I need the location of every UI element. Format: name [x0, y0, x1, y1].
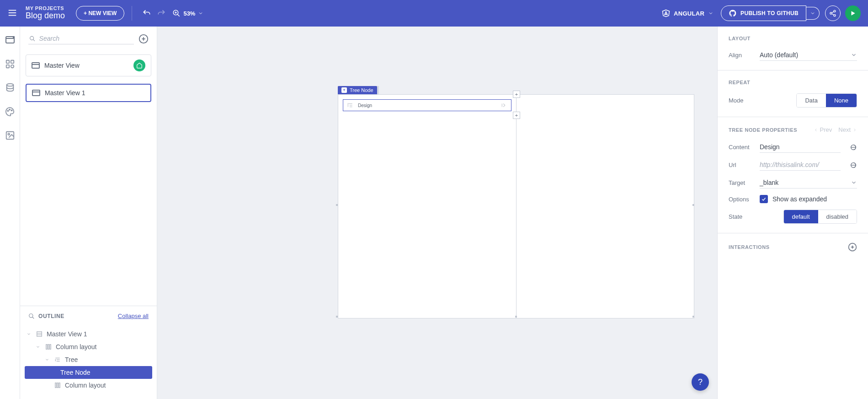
outline-node-column-layout-0[interactable]: Column layout — [25, 340, 152, 353]
undo-button[interactable] — [139, 6, 154, 21]
share-icon — [829, 10, 836, 17]
state-segment: default disabled — [783, 210, 857, 224]
add-interaction-button[interactable] — [848, 243, 857, 252]
column-layout-icon — [54, 382, 61, 389]
chevron-left-icon — [814, 128, 818, 132]
publish-dropdown-button[interactable] — [806, 7, 820, 20]
canvas-tree-node[interactable]: Design — [343, 99, 511, 111]
properties-panel: LAYOUT Align Auto (default) REPEAT Mode … — [717, 27, 868, 399]
section-title-repeat: REPEAT — [729, 80, 857, 85]
rail-components-button[interactable] — [4, 58, 16, 70]
svg-rect-44 — [59, 383, 60, 388]
prev-sibling-button[interactable]: Prev — [814, 126, 832, 133]
rail-views-button[interactable] — [4, 34, 16, 47]
zoom-value: 53% — [183, 10, 195, 17]
view-item-master-view[interactable]: Master View — [26, 54, 151, 76]
show-expanded-checkbox[interactable] — [760, 195, 768, 203]
chevron-down-icon — [198, 11, 203, 16]
mode-data[interactable]: Data — [797, 94, 825, 107]
svg-point-8 — [830, 12, 832, 14]
url-input[interactable]: http://thisisalink.com/ — [760, 159, 841, 171]
zoom-control[interactable]: 53% — [172, 9, 203, 17]
options-label: Options — [729, 196, 754, 203]
align-select[interactable]: Auto (default) — [760, 49, 857, 61]
rail-assets-button[interactable] — [4, 129, 16, 142]
outline-node-master-view-1[interactable]: Master View 1 — [25, 328, 152, 340]
play-icon — [850, 10, 856, 16]
next-sibling-button[interactable]: Next — [838, 126, 857, 133]
menu-button[interactable] — [7, 8, 18, 19]
target-select[interactable]: _blank — [760, 177, 857, 189]
section-title-layout: LAYOUT — [729, 36, 857, 41]
help-icon: ? — [698, 377, 703, 387]
divider — [516, 95, 517, 318]
svg-point-15 — [13, 37, 14, 38]
publish-github-button[interactable]: PUBLISH TO GITHUB — [721, 5, 806, 21]
views-search-input[interactable] — [39, 35, 133, 42]
url-label: Url — [729, 162, 754, 168]
outline-title: OUTLINE — [28, 313, 64, 319]
show-expanded-label[interactable]: Show as expanded — [772, 195, 827, 203]
bind-button[interactable] — [850, 162, 857, 169]
section-title-interactions: INTERACTIONS — [729, 244, 770, 250]
column-layout-icon — [45, 343, 52, 350]
state-label: State — [729, 213, 754, 220]
project-title-block: MY PROJECTS Blog demo — [26, 5, 65, 21]
svg-line-10 — [832, 11, 834, 13]
project-title: Blog demo — [26, 11, 65, 21]
view-item-master-view-1[interactable]: Master View 1 — [26, 84, 151, 102]
mode-segment: Data None — [796, 93, 857, 108]
artboard[interactable]: Design — [338, 94, 694, 318]
svg-point-26 — [30, 36, 34, 40]
chevron-down-icon — [851, 52, 857, 58]
outline-node-tree[interactable]: Tree — [25, 353, 152, 366]
rail-theme-button[interactable] — [4, 105, 16, 118]
chevron-down-icon — [851, 179, 857, 186]
preview-button[interactable] — [845, 5, 861, 21]
svg-rect-38 — [50, 345, 51, 350]
chevron-right-icon — [852, 128, 857, 132]
help-button[interactable]: ? — [692, 373, 709, 391]
share-button[interactable] — [825, 5, 841, 21]
add-element-button[interactable]: + — [513, 112, 520, 119]
handle-dot — [692, 316, 694, 318]
add-element-button[interactable]: + — [513, 91, 520, 98]
canvas-node-label: Design — [358, 103, 372, 108]
collapse-all-link[interactable]: Collapse all — [118, 313, 149, 319]
selection-tab[interactable]: Tree Node — [338, 86, 377, 94]
outline-node-column-layout-1[interactable]: Column layout — [25, 379, 152, 392]
home-badge — [133, 59, 145, 71]
search-input-wrap — [28, 33, 134, 44]
view-name: Master View — [44, 62, 129, 69]
outline-node-tree-node[interactable]: Tree Node — [25, 366, 152, 379]
view-name: Master View 1 — [45, 89, 145, 97]
mode-none[interactable]: None — [826, 94, 857, 107]
svg-line-27 — [33, 39, 34, 41]
publish-label: PUBLISH TO GITHUB — [740, 10, 799, 16]
target-label: Target — [729, 179, 754, 186]
framework-selector[interactable]: ANGULAR — [662, 9, 714, 17]
rail-data-button[interactable] — [4, 81, 16, 94]
content-input[interactable]: Design — [760, 141, 841, 153]
svg-point-25 — [8, 133, 10, 135]
handle-dot — [692, 204, 694, 206]
outline-tree: Master View 1 Column layout Tree Tree No… — [20, 326, 157, 399]
svg-rect-18 — [6, 65, 9, 68]
svg-marker-12 — [852, 11, 855, 15]
view-icon — [32, 62, 40, 69]
design-canvas[interactable]: Tree Node Design + + ? — [157, 27, 717, 399]
add-view-button[interactable] — [138, 34, 149, 44]
app-header: MY PROJECTS Blog demo + NEW VIEW 53% ANG… — [0, 0, 868, 27]
state-default[interactable]: default — [784, 210, 818, 223]
new-view-button[interactable]: + NEW VIEW — [76, 6, 124, 21]
svg-rect-37 — [48, 345, 49, 350]
state-disabled[interactable]: disabled — [818, 210, 857, 223]
my-projects-label[interactable]: MY PROJECTS — [26, 5, 65, 11]
redo-button[interactable] — [154, 6, 169, 21]
select-parent-button[interactable] — [341, 87, 347, 93]
divider — [132, 6, 132, 21]
svg-point-19 — [11, 65, 13, 68]
plus-circle-icon — [848, 243, 857, 252]
bind-button[interactable] — [850, 144, 857, 151]
selection-label: Tree Node — [350, 87, 373, 93]
